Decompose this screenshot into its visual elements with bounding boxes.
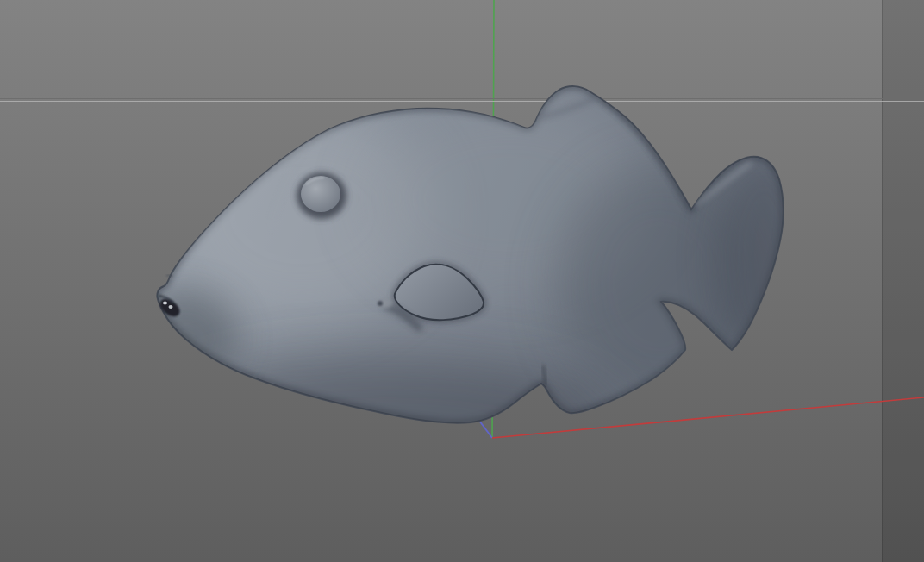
tooth-2 xyxy=(169,305,173,309)
fish-eye[interactable] xyxy=(297,172,346,219)
eye-dome xyxy=(301,176,340,212)
fin-base-bump-shadow xyxy=(378,301,383,306)
background-right-region xyxy=(882,0,924,562)
3d-viewport[interactable] xyxy=(0,0,924,562)
tooth-1 xyxy=(163,302,167,305)
viewport-canvas[interactable] xyxy=(0,0,924,562)
